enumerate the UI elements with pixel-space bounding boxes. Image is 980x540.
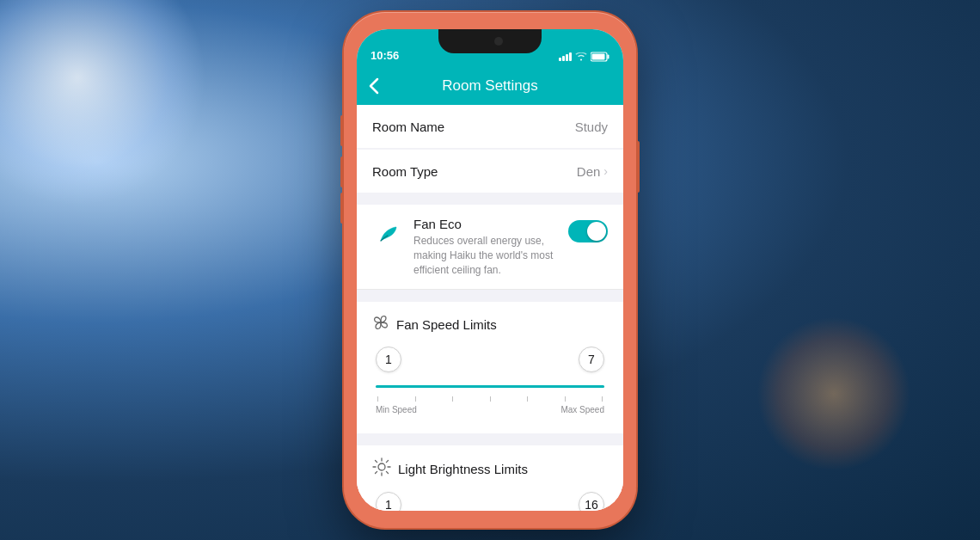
light-brightness-section: Light Brightness Limits 1 16 — [357, 445, 623, 511]
battery-icon — [591, 52, 609, 62]
svg-rect-2 — [592, 54, 605, 60]
back-button[interactable] — [369, 77, 379, 95]
leaf-icon — [372, 218, 403, 249]
wifi-icon — [575, 52, 587, 61]
notch — [438, 29, 542, 53]
fan-speed-section: Fan Speed Limits 1 7 — [357, 302, 623, 433]
speed-max-bubble: 7 — [579, 347, 604, 372]
brightness-slider[interactable]: 1 16 — [372, 492, 608, 511]
fan-eco-title: Fan Eco — [413, 217, 558, 231]
tick — [452, 396, 453, 402]
content-area: Room Name Study Room Type Den › — [357, 105, 623, 511]
room-type-label: Room Type — [372, 164, 438, 179]
header-title: Room Settings — [442, 77, 538, 95]
phone-shell: 10:56 — [344, 12, 636, 528]
tick — [602, 396, 603, 402]
status-time: 10:56 — [371, 49, 399, 62]
room-type-section: Room Type Den › — [357, 150, 623, 193]
room-name-row[interactable]: Room Name Study — [357, 105, 623, 148]
gap-3 — [357, 435, 623, 445]
fan-eco-description: Reduces overall energy use, making Haiku… — [413, 234, 558, 277]
svg-rect-1 — [608, 55, 609, 59]
brightness-min-bubble: 1 — [376, 492, 401, 511]
speed-track — [376, 385, 604, 388]
svg-line-12 — [376, 472, 377, 474]
room-name-value: Study — [575, 120, 608, 134]
header-bar: Room Settings — [357, 67, 623, 105]
svg-line-11 — [386, 461, 388, 463]
speed-ticks — [376, 396, 604, 402]
fan-speed-title: Fan Speed Limits — [396, 317, 497, 332]
svg-point-3 — [380, 322, 383, 324]
notch-camera — [494, 37, 503, 46]
tick — [377, 396, 378, 402]
speed-max-label: Max Speed — [560, 405, 604, 414]
room-type-row[interactable]: Room Type Den › — [357, 150, 623, 193]
tick — [565, 396, 566, 402]
gap-2 — [357, 291, 623, 302]
tick — [415, 396, 416, 402]
status-icons — [559, 52, 609, 62]
svg-line-10 — [386, 472, 388, 474]
speed-min-label: Min Speed — [376, 405, 417, 414]
tick — [490, 396, 491, 402]
brightness-max-bubble: 16 — [579, 492, 604, 511]
room-name-label: Room Name — [372, 120, 444, 134]
speed-track-wrap — [376, 379, 604, 393]
speed-sublabels: Min Speed Max Speed — [376, 405, 604, 414]
fan-eco-toggle[interactable] — [568, 220, 608, 242]
svg-point-4 — [378, 463, 385, 470]
brightness-title: Light Brightness Limits — [398, 462, 528, 476]
room-name-section: Room Name Study — [357, 105, 623, 148]
room-type-value: Den › — [577, 164, 608, 179]
fan-speed-header: Fan Speed Limits — [372, 314, 608, 334]
speed-fill — [376, 385, 604, 388]
toggle-knob — [587, 222, 606, 241]
tick — [527, 396, 528, 402]
fan-speed-slider[interactable]: 1 7 — [372, 347, 608, 414]
svg-line-9 — [376, 461, 377, 463]
phone-screen: 10:56 — [357, 29, 623, 511]
sun-icon — [372, 457, 391, 480]
fan-eco-text: Fan Eco Reduces overall energy use, maki… — [413, 217, 558, 277]
fan-icon — [372, 314, 389, 334]
gap-1 — [357, 194, 623, 205]
speed-labels-row: 1 7 — [376, 347, 604, 372]
brightness-header: Light Brightness Limits — [372, 457, 608, 480]
speed-min-bubble: 1 — [376, 347, 401, 372]
signal-icon — [559, 52, 572, 61]
chevron-icon: › — [603, 164, 608, 178]
brightness-labels-row: 1 16 — [376, 492, 604, 511]
fan-eco-section: Fan Eco Reduces overall energy use, maki… — [357, 205, 623, 290]
